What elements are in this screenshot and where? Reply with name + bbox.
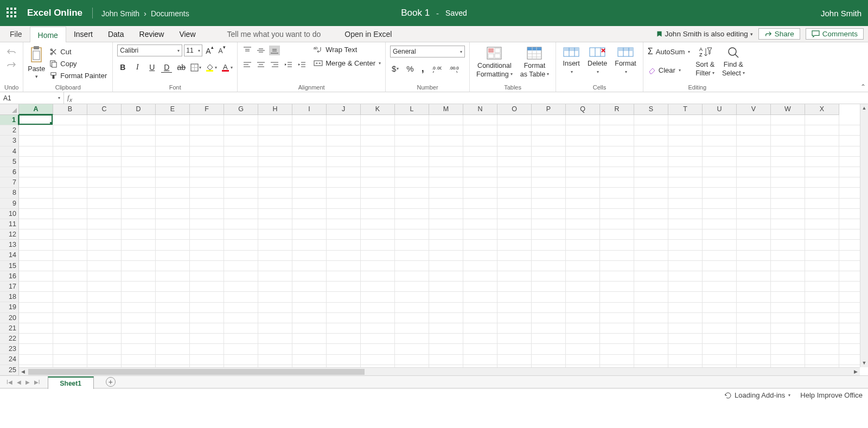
column-header[interactable]: P — [532, 104, 566, 115]
sheet-next-icon[interactable]: ▶ — [25, 379, 30, 385]
sheet-prev-icon[interactable]: ◀ — [17, 379, 21, 385]
sort-filter-button[interactable]: AZ Sort & Filter▾ — [693, 44, 717, 77]
align-left-button[interactable] — [242, 60, 253, 69]
row-header[interactable]: 7 — [0, 177, 19, 188]
column-header[interactable]: X — [805, 104, 839, 115]
formula-input[interactable] — [75, 92, 865, 104]
font-size-select[interactable]: 11▾ — [184, 44, 202, 56]
align-bottom-button[interactable] — [269, 46, 280, 55]
increase-decimal-button[interactable]: .0.00 — [430, 64, 443, 74]
comments-button[interactable]: Comments — [806, 28, 864, 40]
collapse-ribbon-button[interactable]: ⌃ — [860, 83, 866, 91]
decrease-indent-button[interactable] — [283, 60, 293, 69]
share-button[interactable]: Share — [758, 28, 800, 40]
tab-insert[interactable]: Insert — [66, 26, 100, 42]
column-header[interactable]: J — [327, 104, 361, 115]
row-header[interactable]: 20 — [0, 313, 19, 323]
vertical-scrollbar[interactable]: ▲ ▼ — [860, 104, 868, 367]
column-header[interactable]: V — [737, 104, 771, 115]
cells-area[interactable] — [19, 115, 860, 367]
row-header[interactable]: 16 — [0, 271, 19, 282]
loading-addins-status[interactable]: Loading Add-ins ▾ — [724, 391, 790, 399]
row-header[interactable]: 14 — [0, 250, 19, 260]
row-header[interactable]: 10 — [0, 209, 19, 219]
scroll-down-button[interactable]: ▼ — [860, 359, 868, 367]
fill-color-button[interactable]: ▾ — [205, 63, 217, 72]
number-format-select[interactable]: General▾ — [390, 46, 465, 58]
fx-icon[interactable]: fx — [67, 93, 72, 103]
help-improve-office[interactable]: Help Improve Office — [800, 391, 863, 399]
row-header[interactable]: 24 — [0, 354, 19, 365]
column-header[interactable]: I — [292, 104, 327, 115]
select-all-button[interactable] — [0, 104, 19, 115]
column-header[interactable]: C — [87, 104, 122, 115]
column-header[interactable]: O — [497, 104, 532, 115]
tab-home[interactable]: Home — [30, 27, 66, 43]
column-header[interactable]: N — [463, 104, 497, 115]
scroll-left-button[interactable]: ◀ — [19, 369, 27, 374]
redo-icon[interactable] — [7, 61, 16, 68]
align-middle-button[interactable] — [256, 46, 266, 55]
row-header[interactable]: 17 — [0, 282, 19, 292]
column-header[interactable]: S — [634, 104, 668, 115]
comma-format-button[interactable]: , — [420, 62, 426, 75]
increase-indent-button[interactable] — [296, 60, 307, 69]
row-header[interactable]: 8 — [0, 188, 19, 198]
shrink-font-button[interactable]: A▾ — [217, 45, 227, 56]
breadcrumb[interactable]: John Smith › Documents — [101, 9, 189, 18]
row-header[interactable]: 11 — [0, 219, 19, 229]
row-header[interactable]: 1 — [0, 115, 19, 125]
clear-button[interactable]: Clear ▾ — [648, 66, 690, 74]
tab-file[interactable]: File — [2, 26, 30, 42]
paste-button[interactable]: Paste ▾ — [28, 44, 45, 79]
scrollbar-thumb[interactable] — [28, 369, 365, 375]
tab-review[interactable]: Review — [132, 26, 172, 42]
column-header[interactable]: M — [429, 104, 463, 115]
wrap-text-button[interactable]: ab Wrap Text — [314, 46, 381, 54]
font-color-button[interactable]: A ▾ — [221, 63, 233, 72]
format-painter-button[interactable]: Format Painter — [48, 71, 108, 81]
row-header[interactable]: 9 — [0, 199, 19, 209]
font-family-select[interactable]: Calibri▾ — [117, 44, 182, 56]
autosum-button[interactable]: Σ AutoSum ▾ — [648, 47, 690, 56]
column-header[interactable]: G — [224, 104, 258, 115]
delete-cells-button[interactable]: Delete ▾ — [585, 44, 609, 76]
row-header[interactable]: 18 — [0, 292, 19, 302]
row-header[interactable]: 2 — [0, 125, 19, 136]
column-header[interactable]: A — [19, 104, 53, 115]
strikethrough-button[interactable]: ab — [176, 62, 187, 73]
borders-button[interactable]: ▾ — [190, 63, 201, 72]
decrease-decimal-button[interactable]: .00.0 — [448, 64, 461, 74]
grow-font-button[interactable]: A▴ — [204, 45, 215, 56]
column-header[interactable]: T — [668, 104, 703, 115]
underline-button[interactable]: U — [146, 62, 157, 73]
row-header[interactable]: 22 — [0, 334, 19, 344]
column-header[interactable]: U — [703, 104, 737, 115]
breadcrumb-user[interactable]: John Smith — [101, 9, 139, 18]
row-header[interactable]: 5 — [0, 157, 19, 167]
tab-view[interactable]: View — [171, 26, 203, 42]
sheet-nav[interactable]: I◀◀▶▶I — [3, 379, 43, 385]
sheet-last-icon[interactable]: ▶I — [34, 379, 40, 385]
row-header[interactable]: 12 — [0, 229, 19, 240]
horizontal-scrollbar[interactable]: ◀ ▶ — [19, 367, 860, 375]
column-header[interactable]: R — [600, 104, 634, 115]
align-center-button[interactable] — [256, 60, 266, 69]
coauthor-indicator[interactable]: John Smith is also editing ▾ — [656, 30, 753, 38]
sheet-tab[interactable]: Sheet1 — [48, 376, 94, 389]
merge-center-button[interactable]: Merge & Center ▾ — [314, 59, 381, 67]
column-header[interactable]: H — [258, 104, 292, 115]
current-user[interactable]: John Smith — [821, 9, 861, 18]
row-header[interactable]: 6 — [0, 167, 19, 177]
undo-icon[interactable] — [7, 48, 16, 55]
column-header[interactable]: W — [771, 104, 805, 115]
double-underline-button[interactable]: D — [161, 62, 172, 73]
new-sheet-button[interactable]: + — [106, 377, 116, 387]
row-header[interactable]: 4 — [0, 146, 19, 157]
column-header[interactable]: E — [156, 104, 190, 115]
row-header[interactable]: 13 — [0, 240, 19, 250]
format-cells-button[interactable]: Format ▾ — [612, 44, 639, 76]
italic-button[interactable]: I — [132, 62, 143, 73]
scroll-right-button[interactable]: ▶ — [852, 369, 860, 374]
row-header[interactable]: 15 — [0, 261, 19, 271]
